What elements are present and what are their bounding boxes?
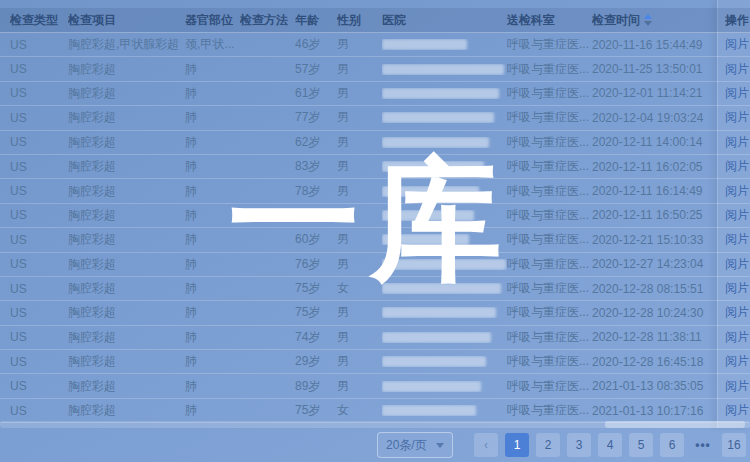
cell-time: 2020-12-11 14:00:14 [592, 135, 725, 149]
cell-gender: 男 [337, 231, 382, 248]
cell-gender: 男 [337, 158, 382, 175]
cell-dept: 呼吸与重症医... [507, 231, 592, 248]
column-header-age: 年龄 [295, 12, 337, 29]
cell-type: US [0, 208, 68, 222]
page-button-2[interactable]: 2 [536, 433, 560, 457]
cell-gender: 女 [337, 207, 382, 224]
hospital-redacted-block [382, 88, 507, 99]
cell-organ: 肺 [185, 378, 240, 395]
cell-age: 75岁 [295, 304, 337, 321]
table-row: US胸腔彩超肺83岁男呼吸与重症医...2020-12-11 16:02:05阅… [0, 155, 750, 179]
cell-action: 阅片 [725, 61, 750, 78]
cell-item: 胸腔彩超,甲状腺彩超 [68, 36, 185, 53]
cell-time: 2020-12-28 08:15:51 [592, 282, 725, 296]
cell-age: 60岁 [295, 231, 337, 248]
column-header-time[interactable]: 检查时间 [592, 12, 725, 29]
table-row: US胸腔彩超肺78岁男呼吸与重症医...2020-12-11 16:14:49阅… [0, 179, 750, 203]
hospital-redacted-block [382, 259, 507, 270]
cell-item: 胸腔彩超 [68, 231, 185, 248]
view-film-link[interactable]: 阅片 [725, 62, 749, 76]
cell-dept: 呼吸与重症医... [507, 329, 592, 346]
view-film-link[interactable]: 阅片 [725, 281, 749, 295]
cell-organ: 肺 [185, 207, 240, 224]
cell-item: 胸腔彩超 [68, 61, 185, 78]
cell-action: 阅片 [725, 353, 750, 370]
table-row: US胸腔彩超肺75岁女呼吸与重症医...2020-12-28 08:15:51阅… [0, 277, 750, 301]
cell-action: 阅片 [725, 207, 750, 224]
view-film-link[interactable]: 阅片 [725, 379, 749, 393]
hospital-redacted-block [382, 234, 507, 245]
table-row: US胸腔彩超肺29岁男呼吸与重症医...2020-12-28 16:45:18阅… [0, 350, 750, 374]
view-film-link[interactable]: 阅片 [725, 232, 749, 246]
cell-item: 胸腔彩超 [68, 402, 185, 419]
cell-type: US [0, 355, 68, 369]
page-button-16[interactable]: 16 [722, 433, 746, 457]
prev-page-button[interactable]: ‹ [474, 433, 498, 457]
cell-time: 2020-12-21 15:10:33 [592, 233, 725, 247]
scrollbar-thumb[interactable] [605, 421, 745, 428]
cell-type: US [0, 306, 68, 320]
cell-organ: 肺 [185, 85, 240, 102]
view-film-link[interactable]: 阅片 [725, 86, 749, 100]
cell-dept: 呼吸与重症医... [507, 353, 592, 370]
cell-gender: 男 [337, 134, 382, 151]
hospital-redacted-block [382, 186, 507, 197]
cell-type: US [0, 379, 68, 393]
cell-type: US [0, 111, 68, 125]
pagination: 20条/页 ‹ 123456•••16 [0, 432, 746, 458]
page-size-select[interactable]: 20条/页 [377, 432, 453, 458]
cell-organ: 肺 [185, 402, 240, 419]
view-film-link[interactable]: 阅片 [725, 110, 749, 124]
view-film-link[interactable]: 阅片 [725, 37, 749, 51]
table-body: US胸腔彩超,甲状腺彩超颈,甲状...46岁男呼吸与重症医...2020-11-… [0, 33, 750, 423]
cell-type: US [0, 330, 68, 344]
pager-more-button[interactable]: ••• [691, 433, 715, 457]
cell-age: 75岁 [295, 280, 337, 297]
view-film-link[interactable]: 阅片 [725, 330, 749, 344]
sort-ascending-icon[interactable] [644, 14, 652, 26]
pager-pages: 123456•••16 [505, 433, 746, 457]
view-film-link[interactable]: 阅片 [725, 403, 749, 417]
cell-age: 89岁 [295, 378, 337, 395]
cell-age: 74岁 [295, 329, 337, 346]
cell-action: 阅片 [725, 402, 750, 419]
table-row: US胸腔彩超肺61岁男呼吸与重症医...2020-12-01 11:14:21阅… [0, 82, 750, 106]
cell-dept: 呼吸与重症医... [507, 61, 592, 78]
view-film-link[interactable]: 阅片 [725, 257, 749, 271]
cell-age: 46岁 [295, 36, 337, 53]
view-film-link[interactable]: 阅片 [725, 354, 749, 368]
cell-organ: 肺 [185, 231, 240, 248]
cell-dept: 呼吸与重症医... [507, 280, 592, 297]
cell-gender: 男 [337, 36, 382, 53]
cell-dept: 呼吸与重症医... [507, 378, 592, 395]
cell-age: 61岁 [295, 85, 337, 102]
table-row: US胸腔彩超肺74岁男呼吸与重症医...2020-12-28 11:38:11阅… [0, 326, 750, 350]
cell-time: 2020-12-28 16:45:18 [592, 355, 725, 369]
cell-gender: 男 [337, 256, 382, 273]
page-button-6[interactable]: 6 [660, 433, 684, 457]
page-button-4[interactable]: 4 [598, 433, 622, 457]
view-film-link[interactable]: 阅片 [725, 159, 749, 173]
hospital-redacted-block [382, 283, 507, 294]
cell-action: 阅片 [725, 85, 750, 102]
cell-item: 胸腔彩超 [68, 183, 185, 200]
column-header-action: 操作 [725, 12, 750, 29]
view-film-link[interactable]: 阅片 [725, 208, 749, 222]
cell-time: 2020-12-28 10:24:30 [592, 306, 725, 320]
cell-gender: 男 [337, 329, 382, 346]
view-film-link[interactable]: 阅片 [725, 135, 749, 149]
chevron-down-icon [436, 443, 444, 448]
page-button-5[interactable]: 5 [629, 433, 653, 457]
page-button-1[interactable]: 1 [505, 433, 529, 457]
cell-age: 78岁 [295, 183, 337, 200]
cell-time: 2020-12-01 11:14:21 [592, 86, 725, 100]
cell-organ: 肺 [185, 134, 240, 151]
horizontal-scrollbar[interactable] [0, 421, 750, 428]
page-button-3[interactable]: 3 [567, 433, 591, 457]
cell-dept: 呼吸与重症医... [507, 109, 592, 126]
hospital-redacted-block [382, 64, 507, 75]
view-film-link[interactable]: 阅片 [725, 184, 749, 198]
view-film-link[interactable]: 阅片 [725, 305, 749, 319]
column-header-type: 检查类型 [0, 12, 68, 29]
hospital-redacted-block [382, 137, 507, 148]
